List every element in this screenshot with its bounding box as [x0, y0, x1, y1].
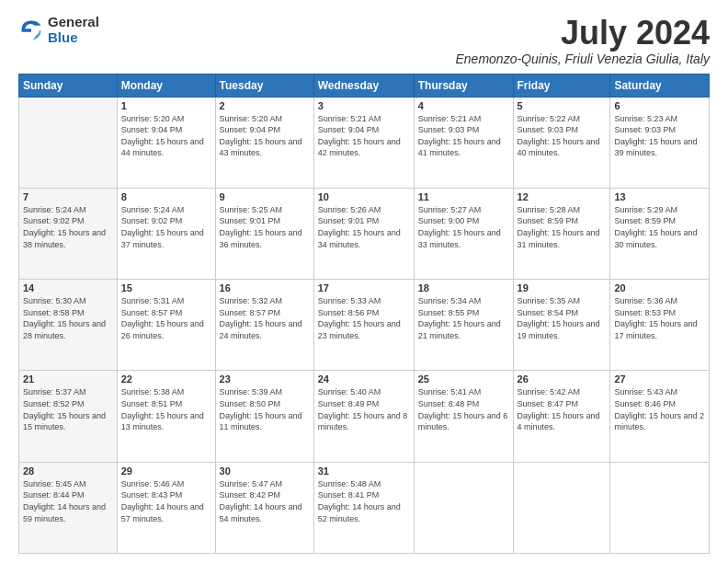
- weekday-header-thursday: Thursday: [414, 74, 513, 97]
- day-number: 22: [121, 373, 211, 385]
- calendar-cell: 1Sunrise: 5:20 AMSunset: 9:04 PMDaylight…: [117, 97, 215, 188]
- day-info: Sunrise: 5:26 AMSunset: 9:01 PMDaylight:…: [318, 204, 410, 250]
- day-info: Sunrise: 5:21 AMSunset: 9:04 PMDaylight:…: [318, 113, 410, 159]
- weekday-header-friday: Friday: [513, 74, 610, 97]
- calendar-cell: 9Sunrise: 5:25 AMSunset: 9:01 PMDaylight…: [215, 188, 313, 279]
- calendar-cell: 20Sunrise: 5:36 AMSunset: 8:53 PMDayligh…: [610, 280, 710, 371]
- day-info: Sunrise: 5:37 AMSunset: 8:52 PMDaylight:…: [23, 386, 113, 432]
- day-number: 21: [23, 373, 113, 385]
- week-row-4: 28Sunrise: 5:45 AMSunset: 8:44 PMDayligh…: [19, 462, 710, 553]
- calendar-cell: 15Sunrise: 5:31 AMSunset: 8:57 PMDayligh…: [117, 280, 215, 371]
- day-number: 4: [418, 100, 509, 111]
- day-info: Sunrise: 5:23 AMSunset: 9:03 PMDaylight:…: [614, 113, 705, 159]
- day-number: 18: [418, 282, 509, 293]
- day-number: 31: [318, 465, 410, 477]
- calendar-cell: 5Sunrise: 5:22 AMSunset: 9:03 PMDaylight…: [513, 97, 610, 188]
- day-number: 5: [518, 100, 607, 111]
- day-number: 24: [318, 373, 410, 385]
- day-number: 20: [614, 282, 705, 293]
- calendar-cell: [513, 462, 610, 553]
- weekday-header-row: SundayMondayTuesdayWednesdayThursdayFrid…: [19, 74, 710, 97]
- day-info: Sunrise: 5:31 AMSunset: 8:57 PMDaylight:…: [121, 295, 211, 341]
- day-number: 16: [220, 282, 310, 293]
- calendar-cell: 18Sunrise: 5:34 AMSunset: 8:55 PMDayligh…: [414, 280, 513, 371]
- day-number: 10: [318, 191, 410, 202]
- month-title: July 2024: [456, 15, 711, 52]
- day-number: 26: [518, 373, 607, 385]
- title-block: July 2024 Enemonzo-Quinis, Friuli Venezi…: [456, 15, 711, 66]
- day-info: Sunrise: 5:29 AMSunset: 8:59 PMDaylight:…: [614, 204, 705, 250]
- calendar-cell: 14Sunrise: 5:30 AMSunset: 8:58 PMDayligh…: [19, 280, 118, 371]
- calendar-cell: 19Sunrise: 5:35 AMSunset: 8:54 PMDayligh…: [513, 280, 610, 371]
- day-info: Sunrise: 5:34 AMSunset: 8:55 PMDaylight:…: [418, 295, 509, 341]
- day-number: 9: [220, 191, 310, 202]
- day-info: Sunrise: 5:24 AMSunset: 9:02 PMDaylight:…: [121, 204, 211, 250]
- week-row-0: 1Sunrise: 5:20 AMSunset: 9:04 PMDaylight…: [19, 97, 710, 188]
- day-info: Sunrise: 5:40 AMSunset: 8:49 PMDaylight:…: [318, 386, 410, 432]
- day-info: Sunrise: 5:20 AMSunset: 9:04 PMDaylight:…: [121, 113, 211, 159]
- day-info: Sunrise: 5:32 AMSunset: 8:57 PMDaylight:…: [220, 295, 310, 341]
- day-number: 19: [518, 282, 607, 293]
- calendar-cell: 30Sunrise: 5:47 AMSunset: 8:42 PMDayligh…: [215, 462, 313, 553]
- day-info: Sunrise: 5:48 AMSunset: 8:41 PMDaylight:…: [318, 478, 410, 524]
- logo-blue: Blue: [48, 30, 99, 46]
- calendar-cell: 27Sunrise: 5:43 AMSunset: 8:46 PMDayligh…: [610, 371, 710, 462]
- header: General Blue July 2024 Enemonzo-Quinis, …: [18, 15, 710, 66]
- calendar-cell: 28Sunrise: 5:45 AMSunset: 8:44 PMDayligh…: [19, 462, 118, 553]
- day-info: Sunrise: 5:33 AMSunset: 8:56 PMDaylight:…: [318, 295, 410, 341]
- day-number: 25: [418, 373, 509, 385]
- location-title: Enemonzo-Quinis, Friuli Venezia Giulia, …: [456, 52, 711, 66]
- calendar-cell: 24Sunrise: 5:40 AMSunset: 8:49 PMDayligh…: [313, 371, 414, 462]
- day-number: 13: [614, 191, 705, 202]
- day-number: 2: [220, 100, 310, 111]
- calendar-cell: 2Sunrise: 5:20 AMSunset: 9:04 PMDaylight…: [215, 97, 313, 188]
- day-info: Sunrise: 5:39 AMSunset: 8:50 PMDaylight:…: [220, 386, 310, 432]
- day-number: 30: [220, 465, 310, 477]
- day-number: 7: [23, 191, 113, 202]
- day-number: 1: [121, 100, 211, 111]
- day-number: 14: [23, 282, 113, 293]
- day-info: Sunrise: 5:21 AMSunset: 9:03 PMDaylight:…: [418, 113, 509, 159]
- day-info: Sunrise: 5:41 AMSunset: 8:48 PMDaylight:…: [418, 386, 509, 432]
- calendar-cell: 6Sunrise: 5:23 AMSunset: 9:03 PMDaylight…: [610, 97, 710, 188]
- calendar-cell: 23Sunrise: 5:39 AMSunset: 8:50 PMDayligh…: [215, 371, 313, 462]
- calendar-cell: 29Sunrise: 5:46 AMSunset: 8:43 PMDayligh…: [117, 462, 215, 553]
- calendar-table: SundayMondayTuesdayWednesdayThursdayFrid…: [18, 74, 710, 554]
- calendar-cell: 22Sunrise: 5:38 AMSunset: 8:51 PMDayligh…: [117, 371, 215, 462]
- logo-icon: [18, 17, 44, 43]
- calendar-cell: 31Sunrise: 5:48 AMSunset: 8:41 PMDayligh…: [313, 462, 414, 553]
- day-number: 12: [518, 191, 607, 202]
- calendar-cell: 17Sunrise: 5:33 AMSunset: 8:56 PMDayligh…: [313, 280, 414, 371]
- day-number: 27: [614, 373, 705, 385]
- day-info: Sunrise: 5:27 AMSunset: 9:00 PMDaylight:…: [418, 204, 509, 250]
- day-number: 29: [121, 465, 211, 477]
- calendar-cell: 10Sunrise: 5:26 AMSunset: 9:01 PMDayligh…: [313, 188, 414, 279]
- day-info: Sunrise: 5:20 AMSunset: 9:04 PMDaylight:…: [220, 113, 310, 159]
- day-info: Sunrise: 5:22 AMSunset: 9:03 PMDaylight:…: [518, 113, 607, 159]
- week-row-2: 14Sunrise: 5:30 AMSunset: 8:58 PMDayligh…: [19, 280, 710, 371]
- logo: General Blue: [18, 15, 99, 45]
- calendar-cell: 25Sunrise: 5:41 AMSunset: 8:48 PMDayligh…: [414, 371, 513, 462]
- day-number: 17: [318, 282, 410, 293]
- calendar-cell: 8Sunrise: 5:24 AMSunset: 9:02 PMDaylight…: [117, 188, 215, 279]
- day-info: Sunrise: 5:36 AMSunset: 8:53 PMDaylight:…: [614, 295, 705, 341]
- week-row-1: 7Sunrise: 5:24 AMSunset: 9:02 PMDaylight…: [19, 188, 710, 279]
- day-info: Sunrise: 5:38 AMSunset: 8:51 PMDaylight:…: [121, 386, 211, 432]
- day-info: Sunrise: 5:24 AMSunset: 9:02 PMDaylight:…: [23, 204, 113, 250]
- logo-general: General: [48, 15, 99, 30]
- day-info: Sunrise: 5:28 AMSunset: 8:59 PMDaylight:…: [518, 204, 607, 250]
- day-number: 28: [23, 465, 113, 477]
- page: General Blue July 2024 Enemonzo-Quinis, …: [0, 0, 728, 563]
- day-number: 3: [318, 100, 410, 111]
- day-number: 23: [220, 373, 310, 385]
- weekday-header-sunday: Sunday: [19, 74, 118, 97]
- calendar-cell: 12Sunrise: 5:28 AMSunset: 8:59 PMDayligh…: [513, 188, 610, 279]
- calendar-cell: [19, 97, 118, 188]
- calendar-cell: 7Sunrise: 5:24 AMSunset: 9:02 PMDaylight…: [19, 188, 118, 279]
- day-info: Sunrise: 5:30 AMSunset: 8:58 PMDaylight:…: [23, 295, 113, 341]
- weekday-header-tuesday: Tuesday: [215, 74, 313, 97]
- calendar-cell: [610, 462, 710, 553]
- calendar-cell: 13Sunrise: 5:29 AMSunset: 8:59 PMDayligh…: [610, 188, 710, 279]
- logo-text: General Blue: [48, 15, 99, 45]
- calendar-cell: 4Sunrise: 5:21 AMSunset: 9:03 PMDaylight…: [414, 97, 513, 188]
